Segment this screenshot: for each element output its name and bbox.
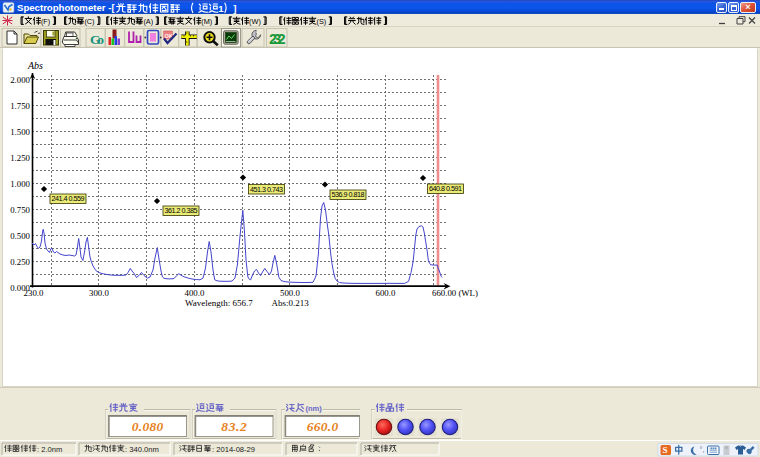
svg-text:1.250: 1.250	[10, 153, 30, 163]
svg-text:660.0: 660.0	[307, 419, 339, 434]
svg-text:(M): (M)	[201, 17, 212, 26]
svg-text:: 2014-08-29: : 2014-08-29	[212, 445, 255, 454]
svg-text:1: 1	[218, 3, 224, 14]
svg-text:1.500: 1.500	[10, 127, 30, 137]
svg-text:1.750: 1.750	[10, 101, 30, 111]
svg-text:(A): (A)	[143, 17, 153, 26]
svg-text:(W): (W)	[249, 17, 261, 26]
svg-text:536.9 0.818: 536.9 0.818	[332, 190, 365, 199]
svg-text:0.500: 0.500	[10, 231, 30, 241]
svg-text:400.0: 400.0	[185, 288, 205, 298]
svg-text:]: ]	[233, 3, 236, 14]
svg-text:: 2.0nm: : 2.0nm	[37, 445, 62, 454]
svg-text:: 340.0nm: : 340.0nm	[125, 445, 159, 454]
svg-text:Wavelength: 656.7: Wavelength: 656.7	[185, 298, 253, 308]
svg-text:500.0: 500.0	[280, 288, 300, 298]
svg-text:0.750: 0.750	[10, 205, 30, 215]
svg-text:660.00 (WL): 660.00 (WL)	[432, 288, 478, 298]
svg-text:241.4 0.559: 241.4 0.559	[52, 194, 85, 203]
svg-text:(nm): (nm)	[306, 404, 323, 413]
svg-text:(F): (F)	[41, 17, 50, 26]
svg-text:83.2: 83.2	[221, 419, 247, 434]
svg-text:300.0: 300.0	[89, 288, 109, 298]
svg-text:0.080: 0.080	[132, 419, 164, 434]
svg-text:640.8 0.591: 640.8 0.591	[429, 184, 462, 193]
svg-text:232: 232	[269, 31, 286, 47]
svg-text:(S): (S)	[317, 17, 327, 26]
svg-text:0.250: 0.250	[10, 257, 30, 267]
svg-text:Go: Go	[90, 32, 104, 47]
svg-text:Abs: Abs	[27, 60, 43, 71]
svg-text:2.000: 2.000	[10, 75, 30, 85]
svg-text:451.3 0.743: 451.3 0.743	[250, 185, 283, 194]
svg-text:600.0: 600.0	[376, 288, 396, 298]
svg-text:[: [	[112, 2, 116, 13]
svg-text:°,: °,	[700, 445, 705, 454]
svg-text:S: S	[663, 445, 668, 455]
svg-text:Spectrophotometer -: Spectrophotometer -	[17, 2, 111, 13]
svg-text:1.000: 1.000	[10, 179, 30, 189]
svg-text:Abs:0.213: Abs:0.213	[272, 298, 310, 308]
svg-text:230.0: 230.0	[24, 288, 44, 298]
svg-text:(C): (C)	[84, 17, 94, 26]
svg-text:361.2 0.385: 361.2 0.385	[165, 206, 198, 215]
